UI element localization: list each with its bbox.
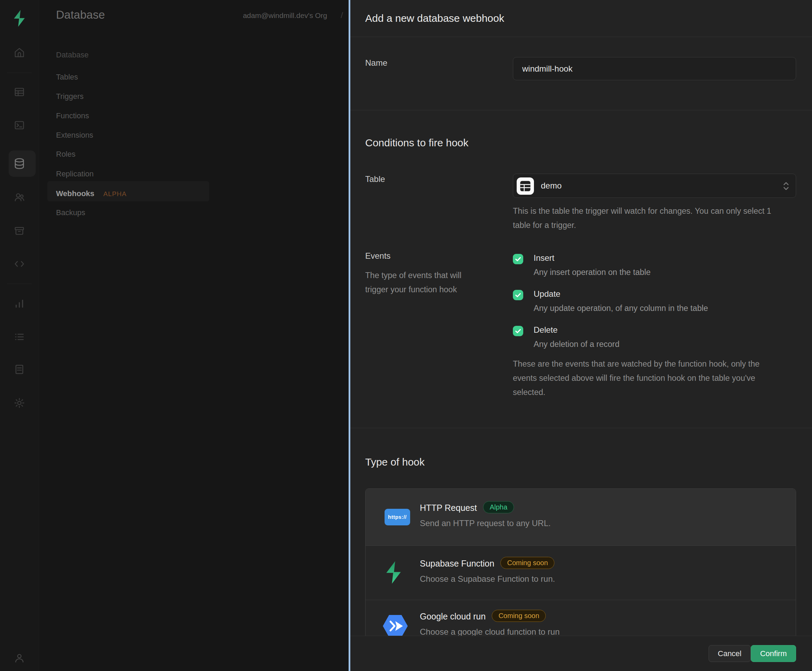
name-section: Name — [350, 37, 812, 110]
alpha-badge: ALPHA — [104, 190, 126, 198]
hook-option-supabase-function[interactable]: Supabase FunctionComing soon Choose a Su… — [366, 546, 796, 600]
events-help-text: The type of events that will trigger you… — [365, 268, 486, 297]
name-label: Name — [365, 58, 387, 68]
account-user-icon[interactable] — [14, 652, 25, 664]
supabase-logo-icon[interactable] — [12, 9, 27, 29]
reports-icon[interactable] — [14, 298, 25, 310]
page-title: Database — [56, 8, 105, 21]
table-label: Table — [365, 174, 385, 184]
delete-description: Any deletion of a record — [534, 340, 620, 349]
table-help-text: This is the table the trigger will watch… — [513, 204, 786, 232]
update-checkbox[interactable] — [513, 290, 523, 300]
hook-option-google-cloud-run[interactable]: Google cloud runComing soon Choose a goo… — [366, 600, 796, 636]
table-select[interactable]: demo — [513, 174, 796, 198]
sidebar-group-label: Database — [56, 51, 89, 60]
panel-footer: Cancel Confirm — [350, 636, 812, 671]
hook-type-options: https:// HTTP RequestAlpha Send an HTTP … — [365, 489, 796, 636]
update-description: Any update operation, of any column in t… — [534, 304, 708, 313]
coming-soon-badge: Coming soon — [492, 610, 546, 622]
update-label: Update — [534, 289, 560, 299]
hook-option-description: Send an HTTP request to any URL. — [420, 518, 551, 528]
conditions-section: Conditions to fire hook Table demo This … — [350, 110, 812, 428]
events-footnote: These are the events that are watched by… — [513, 357, 783, 400]
edge-functions-icon[interactable] — [14, 258, 25, 270]
panel-title: Add a new database webhook — [365, 0, 504, 37]
table-grid-icon — [517, 177, 534, 195]
breadcrumb-separator: / — [340, 10, 343, 20]
hook-option-description: Choose a Supabase Function to run. — [420, 574, 555, 584]
webhook-name-input[interactable] — [513, 57, 796, 80]
hook-option-title: HTTP RequestAlpha — [420, 502, 514, 515]
alpha-badge: Alpha — [483, 501, 514, 513]
storage-icon[interactable] — [14, 225, 25, 237]
database-icon[interactable] — [13, 157, 26, 170]
insert-description: Any insert operation on the table — [534, 268, 650, 277]
coming-soon-badge: Coming soon — [500, 557, 554, 569]
rail-divider — [7, 73, 32, 73]
delete-label: Delete — [534, 325, 557, 335]
sidebar-item-tables[interactable]: Tables — [56, 73, 78, 82]
hook-option-title: Google cloud runComing soon — [420, 611, 546, 623]
rail-divider — [7, 284, 32, 284]
docs-icon[interactable] — [14, 363, 25, 375]
settings-gear-icon[interactable] — [14, 397, 25, 409]
supabase-function-icon — [383, 560, 403, 586]
breadcrumb-org[interactable]: adam@windmill.dev's Org — [243, 12, 327, 20]
auth-users-icon[interactable] — [14, 191, 25, 203]
panel-header: Add a new database webhook — [350, 0, 812, 37]
hook-option-description: Choose a google cloud function to run — [420, 627, 560, 636]
sidebar-item-replication[interactable]: Replication — [56, 169, 94, 179]
sidebar-item-triggers[interactable]: Triggers — [56, 92, 84, 101]
sidebar-item-backups[interactable]: Backups — [56, 208, 85, 217]
icon-rail — [0, 0, 39, 671]
insert-checkbox[interactable] — [513, 254, 523, 264]
sidebar-item-functions[interactable]: Functions — [56, 111, 89, 120]
hook-type-heading: Type of hook — [365, 456, 425, 468]
conditions-heading: Conditions to fire hook — [365, 137, 468, 149]
hook-type-section: Type of hook https:// HTTP RequestAlpha … — [350, 428, 812, 636]
sql-editor-icon[interactable] — [14, 119, 25, 131]
hook-option-title: Supabase FunctionComing soon — [420, 558, 554, 571]
sidebar-item-webhooks[interactable]: WebhooksALPHA — [56, 189, 126, 198]
table-editor-icon[interactable] — [14, 86, 25, 98]
google-cloud-run-icon — [381, 614, 409, 636]
events-label: Events — [365, 251, 390, 261]
sidebar-item-extensions[interactable]: Extensions — [56, 131, 94, 140]
confirm-button[interactable]: Confirm — [751, 645, 796, 662]
https-icon: https:// — [385, 509, 410, 525]
home-icon[interactable] — [14, 47, 25, 58]
delete-checkbox[interactable] — [513, 326, 523, 336]
chevron-updown-icon — [783, 181, 790, 192]
sidebar-item-roles[interactable]: Roles — [56, 150, 75, 159]
insert-label: Insert — [534, 253, 554, 263]
hook-option-http-request[interactable]: https:// HTTP RequestAlpha Send an HTTP … — [366, 489, 796, 546]
table-select-value: demo — [541, 174, 562, 198]
cancel-button[interactable]: Cancel — [708, 645, 751, 662]
database-sidebar: Database adam@windmill.dev's Org / Datab… — [39, 0, 349, 671]
logs-icon[interactable] — [14, 331, 25, 343]
webhook-side-panel: Add a new database webhook Name Conditio… — [349, 0, 812, 671]
